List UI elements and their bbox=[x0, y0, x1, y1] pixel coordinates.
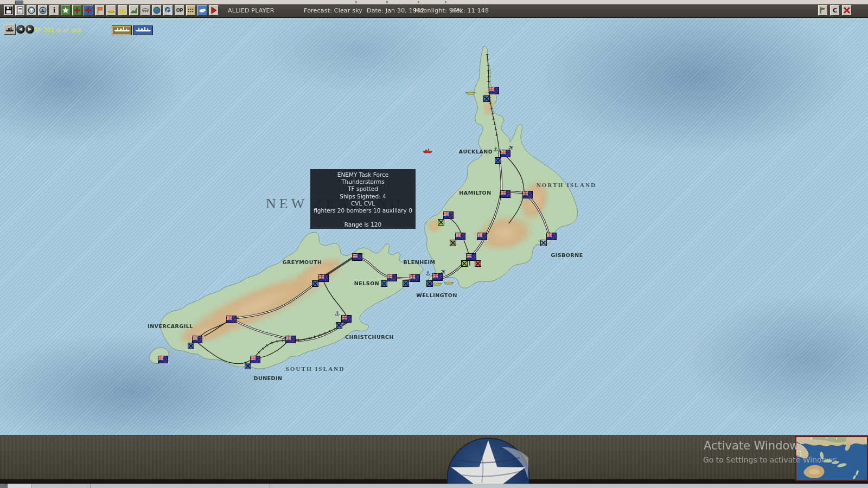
taskbar-segment bbox=[0, 484, 8, 488]
small-ship-icon bbox=[5, 24, 15, 35]
hex-label: Hex: 11 148 bbox=[451, 7, 489, 14]
taskbar-strip bbox=[0, 484, 868, 488]
window-titlebar bbox=[0, 0, 868, 4]
tooltip-line: Thunderstorms bbox=[310, 178, 416, 185]
titlebar-text-fragment bbox=[418, 1, 419, 3]
sub-ops-button[interactable] bbox=[186, 5, 196, 16]
strategic-view-button[interactable] bbox=[163, 5, 173, 16]
tooltip-line: CVL CVL bbox=[310, 200, 416, 207]
cloud-icon bbox=[198, 6, 207, 15]
op-icon: OP bbox=[176, 8, 183, 13]
ship-view-button[interactable] bbox=[38, 5, 48, 16]
player-label: ALLIED PLAYER bbox=[228, 7, 275, 14]
weather-button[interactable] bbox=[197, 5, 207, 16]
taskbar-divider bbox=[270, 484, 270, 488]
air-combat-button[interactable] bbox=[72, 5, 82, 16]
ship-list-button[interactable] bbox=[118, 5, 127, 16]
engineering-button[interactable] bbox=[141, 5, 150, 16]
save-button[interactable] bbox=[4, 5, 14, 16]
land-forces-button[interactable] bbox=[129, 5, 139, 16]
tooltip-line: TF spotted bbox=[310, 185, 416, 192]
tooltip-line: fighters 20 bombers 10 auxiliary 0 bbox=[310, 207, 416, 214]
ship-silhouette-icon bbox=[113, 24, 131, 35]
tooltip-line: ENEMY Task Force bbox=[310, 171, 416, 178]
yellow-ship-icon bbox=[107, 6, 116, 15]
unit-view-button[interactable] bbox=[27, 5, 36, 16]
objectives-button[interactable] bbox=[95, 5, 105, 16]
main-toolbar: i OP ALLIED PLAYER Forecast: Clear sky D… bbox=[0, 4, 868, 18]
unit-circle-icon bbox=[27, 6, 36, 15]
globe-magnifier-icon bbox=[164, 6, 173, 15]
tf-mode-button[interactable] bbox=[4, 24, 16, 35]
run-turn-button[interactable] bbox=[209, 5, 219, 16]
taskbar-divider bbox=[90, 484, 91, 488]
dashed-ruler-icon bbox=[187, 6, 195, 15]
play-arrow-icon bbox=[209, 6, 218, 15]
globe-icon bbox=[152, 6, 161, 15]
titlebar-text-fragment bbox=[355, 1, 357, 3]
ship-class-button-selected[interactable] bbox=[112, 25, 132, 35]
close-button[interactable] bbox=[842, 5, 852, 16]
game-screen: i OP ALLIED PLAYER Forecast: Clear sky D… bbox=[0, 0, 868, 488]
document-icon bbox=[16, 6, 24, 15]
bottom-bar bbox=[0, 435, 868, 479]
taskbar-divider bbox=[31, 484, 32, 488]
ship-circle-icon bbox=[39, 6, 47, 15]
red-plane-icon bbox=[84, 6, 93, 15]
titlebar-text-fragment bbox=[386, 1, 388, 3]
close-x-icon bbox=[843, 6, 851, 15]
prev-tf-button[interactable]: ◀ bbox=[16, 25, 25, 34]
info-icon: i bbox=[53, 7, 56, 14]
yellow-ships-icon bbox=[118, 6, 127, 15]
task-force-button[interactable] bbox=[106, 5, 116, 16]
world-map-button[interactable] bbox=[152, 5, 162, 16]
naval-air-button[interactable] bbox=[84, 5, 93, 16]
reports-button[interactable] bbox=[15, 5, 25, 16]
signal-flag-icon bbox=[819, 6, 827, 15]
flag-icon bbox=[95, 6, 104, 15]
bottom-edge-strip bbox=[0, 479, 868, 484]
tooltip-lines: ENEMY Task ForceThunderstormsTF spottedS… bbox=[310, 171, 416, 229]
bridge-icon bbox=[141, 6, 150, 15]
info-button[interactable]: i bbox=[49, 5, 59, 16]
floppy-disk-icon bbox=[4, 6, 13, 15]
tooltip-line: Ships Sighted: 4 bbox=[310, 193, 416, 200]
titlebar-text-fragment bbox=[445, 1, 446, 3]
tooltip-line bbox=[310, 214, 416, 221]
tooltip-line: Range is 120 bbox=[310, 221, 416, 228]
combat-replay-button[interactable]: C bbox=[830, 5, 840, 16]
minimap-canvas bbox=[796, 437, 867, 480]
end-turn-flag-button[interactable] bbox=[818, 5, 828, 16]
c-icon: C bbox=[833, 7, 837, 14]
green-terrain-icon bbox=[130, 6, 138, 15]
ship-class-button[interactable] bbox=[133, 25, 153, 35]
map-surface[interactable] bbox=[0, 17, 868, 435]
enemy-tf-tooltip: ENEMY Task ForceThunderstormsTF spottedS… bbox=[310, 169, 416, 229]
star-button[interactable] bbox=[61, 5, 71, 16]
toolbar-buttons: i OP bbox=[4, 5, 219, 16]
red-plane-icon bbox=[73, 6, 81, 15]
star-icon bbox=[61, 6, 70, 15]
next-tf-button[interactable]: ▶ bbox=[25, 25, 34, 34]
tf-status-text: TF 201 is at sea bbox=[34, 27, 81, 34]
forecast-label: Forecast: Clear sky bbox=[304, 7, 362, 14]
operations-button[interactable]: OP bbox=[175, 5, 184, 16]
ship-silhouette-icon bbox=[134, 24, 152, 35]
taskbar-segment bbox=[8, 484, 31, 488]
minimap[interactable] bbox=[795, 436, 868, 481]
